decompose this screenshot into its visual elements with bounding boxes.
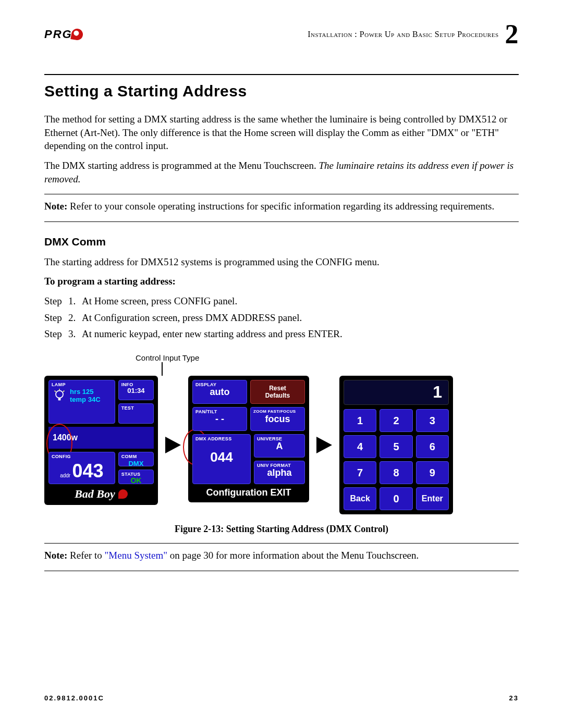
config-tile[interactable]: CONFIG addr 043 [48,452,115,484]
divider [44,543,519,544]
document-number: 02.9812.0001C [44,694,104,702]
univ-format-tile[interactable]: UNIV FORMATalpha [254,461,305,484]
divider [44,571,519,571]
logo-text: PRG [44,28,72,41]
menu-system-link[interactable]: "Menu System" [105,550,168,561]
zoom-focus-tile[interactable]: ZOOM FAST/FOCUSfocus [250,407,305,431]
key-5[interactable]: 5 [380,435,412,458]
arrow-icon [165,437,181,453]
key-7[interactable]: 7 [344,461,376,484]
configuration-panel: DISPLAYauto ResetDefaults PAN/TILT- - ZO… [188,376,309,502]
key-0[interactable]: 0 [380,487,412,510]
figure-caption: Figure 2-13: Setting Starting Address (D… [44,524,519,535]
logo-swirl-icon [70,28,83,41]
note-1: Note: Refer to your console operating in… [44,200,519,213]
callout-leader-line [162,362,163,376]
display-tile[interactable]: DISPLAYauto [192,380,247,404]
reset-defaults-tile[interactable]: ResetDefaults [250,380,305,404]
key-3[interactable]: 3 [416,409,449,432]
universe-tile[interactable]: UNIVERSEA [254,434,305,458]
brand-swirl-icon [118,489,128,499]
subsection-title: DMX Comm [44,236,519,248]
divider [44,221,519,222]
to-program-heading: To program a starting address: [44,275,519,288]
key-2[interactable]: 2 [380,409,412,432]
key-8[interactable]: 8 [380,461,412,484]
divider [44,194,519,194]
step-1: Step1.At Home screen, press CONFIG panel… [44,294,519,308]
status-tile[interactable]: STATUSOK [118,470,154,484]
brand-label: Bad Boy [48,487,154,501]
callout-label: Control Input Type [136,353,519,362]
intro-paragraph-1: The method for setting a DMX starting ad… [44,113,519,153]
intro-paragraph-2: The DMX starting address is programmed a… [44,159,519,186]
arrow-icon [316,437,332,453]
key-back[interactable]: Back [344,487,376,510]
page-title: Setting a Starting Address [44,82,519,100]
figure-2-13: Control Input Type LAMP hrs 125 temp 34C [44,353,519,535]
svg-rect-1 [58,398,61,401]
svg-line-3 [55,391,56,392]
step-2: Step2.At Configuration screen, press DMX… [44,311,519,325]
note-2: Note: Refer to "Menu System" on page 30 … [44,549,519,562]
breadcrumb-text: Installation : Power Up and Basic Setup … [308,30,498,39]
breadcrumb: Installation : Power Up and Basic Setup … [308,21,519,48]
comm-tile[interactable]: COMMDMX [118,452,154,466]
svg-point-0 [56,391,63,398]
page-number: 23 [509,694,519,702]
key-1[interactable]: 1 [344,409,376,432]
bulb-icon [52,388,67,403]
divider [44,74,519,75]
key-4[interactable]: 4 [344,435,376,458]
key-9[interactable]: 9 [416,461,449,484]
info-tile[interactable]: INFO01:34 [118,380,154,400]
home-screen-panel: LAMP hrs 125 temp 34C INFO01:34 TEST [44,376,158,505]
key-6[interactable]: 6 [416,435,449,458]
prg-logo: PRG [44,28,83,41]
wattage-display: 1400w [48,427,154,449]
pan-tilt-tile[interactable]: PAN/TILT- - [192,407,247,431]
configuration-exit-label[interactable]: Configuration EXIT [192,487,305,498]
keypad-display: 1 [344,380,449,405]
lamp-tile[interactable]: LAMP hrs 125 temp 34C [48,380,115,424]
key-enter[interactable]: Enter [416,487,449,510]
keypad-panel: 1 1 2 3 4 5 6 7 8 9 Back 0 Enter [339,376,453,514]
chapter-number: 2 [505,21,519,48]
test-tile[interactable]: TEST [118,403,154,424]
svg-line-4 [63,391,64,392]
step-3: Step3.At numeric keypad, enter new start… [44,327,519,341]
dmx-address-tile[interactable]: DMX ADDRESS044 [192,434,251,484]
dmx-intro: The starting address for DMX512 systems … [44,255,519,269]
